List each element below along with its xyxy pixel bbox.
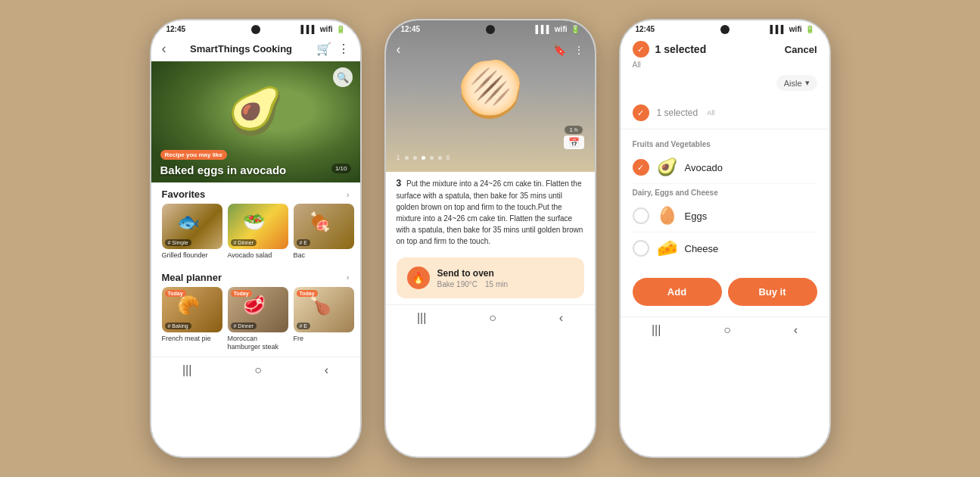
nav-recents-icon-3[interactable]: ||| bbox=[652, 323, 661, 337]
phone2-header: ‹ 🔖 ⋮ bbox=[386, 37, 595, 62]
phone2-header-icons: 🔖 ⋮ bbox=[553, 44, 584, 56]
french-label: Fre bbox=[294, 335, 354, 343]
battery-icon-2: 🔋 bbox=[571, 25, 580, 33]
progress-dot-1 bbox=[405, 156, 409, 160]
phone1-status-bar: 12:45 ▌▌▌ wifi 🔋 bbox=[151, 20, 360, 35]
hero-search-icon[interactable]: 🔍 bbox=[333, 67, 353, 87]
selected-count-label: 1 selected bbox=[655, 43, 707, 55]
grocery-list: Fruits and Vegetables ✓ 🥑 Avocado Dairy,… bbox=[621, 129, 829, 270]
progress-dot-2 bbox=[413, 156, 417, 160]
list-item[interactable]: ✓ 🥑 Avocado bbox=[633, 151, 817, 184]
buy-button[interactable]: Buy it bbox=[728, 278, 817, 306]
avocado-checkbox[interactable]: ✓ bbox=[633, 159, 649, 176]
phone2-back-button[interactable]: ‹ bbox=[397, 42, 401, 58]
step-start-label: 1 bbox=[397, 154, 400, 161]
eggs-name: Eggs bbox=[685, 210, 708, 222]
flounder-tag: # Simple bbox=[165, 239, 191, 246]
phone1-nav: ||| ○ ‹ bbox=[151, 357, 360, 386]
cheese-name: Cheese bbox=[685, 243, 719, 254]
eggs-checkbox[interactable] bbox=[633, 207, 649, 224]
grocery-category-2: Dairy, Eggs and Cheese bbox=[633, 189, 817, 197]
list-item[interactable]: # Simple Grilled flounder bbox=[162, 204, 222, 260]
french-img: Today # E bbox=[294, 287, 354, 332]
phone1-hero: 🔍 Recipe you may like Baked eggs in avoc… bbox=[151, 61, 360, 182]
aisle-label: Aisle bbox=[784, 79, 802, 88]
battery-icon: 🔋 bbox=[336, 25, 345, 33]
progress-dot-4 bbox=[430, 156, 434, 160]
meal-planner-label: Meal planner bbox=[162, 272, 222, 283]
nav-back-icon-3[interactable]: ‹ bbox=[794, 323, 798, 337]
all-tab[interactable]: All bbox=[621, 61, 829, 72]
phone2-time: 12:45 bbox=[401, 25, 421, 33]
hero-counter: 1/10 bbox=[331, 164, 351, 173]
select-all-checkbox[interactable]: ✓ bbox=[633, 41, 649, 58]
meatpie-img: Today # Baking bbox=[162, 287, 222, 332]
phone-1: 12:45 ▌▌▌ wifi 🔋 ‹ SmartThings Cooking 🛒… bbox=[150, 19, 362, 458]
cheese-icon: 🧀 bbox=[657, 238, 677, 258]
nav-recents-icon-2[interactable]: ||| bbox=[417, 311, 426, 325]
phone2-more-icon[interactable]: ⋮ bbox=[574, 44, 584, 56]
wifi-icon: wifi bbox=[320, 25, 333, 33]
phone3-status-icons: ▌▌▌ wifi 🔋 bbox=[770, 25, 814, 33]
selected-count-area: ✓ 1 selected bbox=[633, 41, 707, 58]
cart-icon[interactable]: 🛒 bbox=[316, 42, 331, 56]
nav-back-icon-2[interactable]: ‹ bbox=[559, 311, 563, 325]
summary-checkbox[interactable]: ✓ bbox=[633, 104, 649, 121]
oven-title: Send to oven bbox=[437, 268, 509, 279]
hamburger-img: Today # Dinner bbox=[228, 287, 288, 332]
list-item[interactable]: Today # Baking French meat pie bbox=[162, 287, 222, 351]
avocado-icon: 🥑 bbox=[657, 157, 677, 177]
hamburger-label: Moroccan hamburger steak bbox=[228, 335, 288, 351]
list-item[interactable]: Today # Dinner Moroccan hamburger steak bbox=[228, 287, 288, 351]
add-button[interactable]: Add bbox=[633, 278, 722, 306]
nav-home-icon-2[interactable]: ○ bbox=[489, 311, 496, 325]
signal-icon-3: ▌▌▌ bbox=[770, 25, 786, 33]
french-tag: # E bbox=[297, 323, 311, 329]
favorites-header: Favorites › bbox=[151, 182, 360, 204]
calendar-icon: 📅 bbox=[564, 136, 584, 149]
list-item[interactable]: # Dinner Avocado salad bbox=[228, 204, 288, 260]
oven-temp: Bake 190°C bbox=[437, 280, 478, 288]
favorites-row: # Simple Grilled flounder # Dinner Avoca… bbox=[151, 204, 360, 266]
time-label: 1 h bbox=[565, 126, 582, 134]
aisle-button[interactable]: Aisle ▾ bbox=[776, 75, 817, 91]
list-item[interactable]: 🥚 Eggs bbox=[633, 200, 817, 232]
phone3-time: 12:45 bbox=[636, 25, 655, 33]
oven-card[interactable]: 🔥 Send to oven Bake 190°C 15 min bbox=[397, 257, 584, 298]
back-button[interactable]: ‹ bbox=[162, 41, 166, 57]
nav-recents-icon[interactable]: ||| bbox=[182, 363, 191, 377]
phone1-camera-notch bbox=[251, 25, 260, 34]
step-description: Put the mixture into a 24~26 cm cake tin… bbox=[397, 179, 583, 245]
list-item[interactable]: # E Bac bbox=[294, 204, 354, 260]
phone1-title: SmartThings Cooking bbox=[190, 43, 292, 55]
more-icon[interactable]: ⋮ bbox=[338, 42, 350, 56]
phone2-status-icons: ▌▌▌ wifi 🔋 bbox=[536, 25, 580, 33]
phone1-header: ‹ SmartThings Cooking 🛒 ⋮ bbox=[151, 35, 360, 61]
meal-planner-row: Today # Baking French meat pie Today # D… bbox=[151, 287, 360, 357]
favorites-label: Favorites bbox=[162, 189, 206, 200]
bookmark-icon[interactable]: 🔖 bbox=[553, 44, 566, 56]
phone3-status-bar: 12:45 ▌▌▌ wifi 🔋 bbox=[621, 20, 829, 35]
oven-info: Send to oven Bake 190°C 15 min bbox=[437, 268, 509, 288]
hero-badge: Recipe you may like bbox=[160, 150, 227, 160]
meal-planner-see-all[interactable]: › bbox=[347, 273, 350, 282]
list-item[interactable]: 🧀 Cheese bbox=[633, 232, 817, 264]
progress-dot-5 bbox=[438, 156, 442, 160]
phones-container: 12:45 ▌▌▌ wifi 🔋 ‹ SmartThings Cooking 🛒… bbox=[150, 19, 831, 458]
cheese-checkbox[interactable] bbox=[633, 240, 649, 257]
cancel-button[interactable]: Cancel bbox=[785, 44, 817, 55]
nav-home-icon[interactable]: ○ bbox=[254, 363, 262, 377]
favorites-see-all[interactable]: › bbox=[347, 190, 350, 199]
meatpie-tag: # Baking bbox=[165, 323, 191, 329]
phone1-content: ‹ SmartThings Cooking 🛒 ⋮ 🔍 Recipe you m… bbox=[151, 35, 360, 357]
avocado-salad-img: # Dinner bbox=[228, 204, 288, 249]
recipe-time: 1 h 📅 bbox=[564, 126, 584, 149]
phone1-time: 12:45 bbox=[166, 25, 186, 33]
nav-home-icon-3[interactable]: ○ bbox=[723, 323, 731, 337]
flounder-label: Grilled flounder bbox=[162, 251, 222, 260]
phone-3: 12:45 ▌▌▌ wifi 🔋 ✓ 1 selected Cancel All… bbox=[619, 19, 831, 458]
list-item[interactable]: Today # E Fre bbox=[294, 287, 354, 351]
summary-all: All bbox=[707, 109, 714, 117]
nav-back-icon[interactable]: ‹ bbox=[325, 363, 328, 377]
oven-icon: 🔥 bbox=[407, 267, 430, 289]
